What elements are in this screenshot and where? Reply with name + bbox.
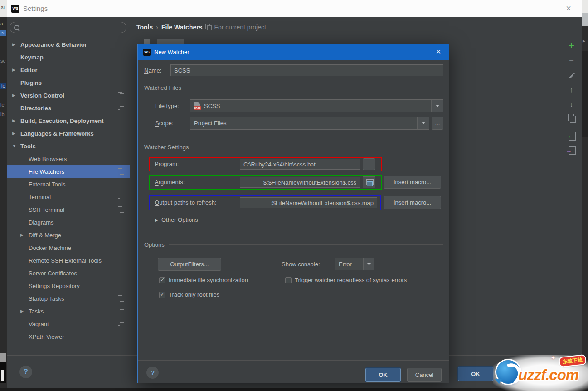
insert-macro-icon-button[interactable]: ↓ bbox=[363, 176, 375, 188]
breadcrumb: Tools › File Watchers For current projec… bbox=[136, 24, 266, 31]
sidebar-item-web-browsers[interactable]: Web Browsers bbox=[7, 152, 130, 165]
settings-search-input[interactable] bbox=[10, 22, 126, 33]
sidebar-item-ssh-terminal[interactable]: SSH Terminal bbox=[7, 203, 130, 216]
sidebar-item-external-tools[interactable]: External Tools bbox=[7, 178, 130, 191]
other-options-expander[interactable]: ▶ Other Options bbox=[155, 216, 443, 223]
dialog-help-button[interactable]: ? bbox=[146, 367, 159, 379]
watermark-badge: 东坡下载 bbox=[559, 354, 587, 367]
move-down-icon[interactable]: ↓ bbox=[567, 99, 577, 109]
dialog-title: New Watcher bbox=[154, 49, 190, 55]
output-paths-insert-macro-button[interactable]: Insert macro... bbox=[384, 196, 441, 209]
duplicate-icon[interactable] bbox=[567, 113, 577, 123]
shared-settings-icon bbox=[119, 322, 124, 327]
sidebar-item-directories[interactable]: Directories bbox=[7, 102, 130, 114]
background-titlebar-fragment bbox=[582, 0, 588, 13]
editor-text-fragment: le bbox=[0, 102, 5, 108]
dropdown-arrow-button[interactable] bbox=[363, 258, 374, 270]
help-button[interactable]: ? bbox=[19, 366, 32, 378]
sidebar-item-docker-machine[interactable]: Docker Machine bbox=[7, 241, 130, 254]
sidebar-item-languages-frameworks[interactable]: ▶Languages & Frameworks bbox=[7, 127, 130, 140]
sidebar-item-plugins[interactable]: Plugins bbox=[7, 76, 130, 89]
sidebar-item-label: Version Control bbox=[20, 92, 64, 99]
search-icon bbox=[14, 25, 19, 30]
shared-settings-icon bbox=[119, 169, 124, 174]
show-console-combobox[interactable]: Error bbox=[335, 258, 374, 270]
dropdown-arrow-button[interactable] bbox=[417, 117, 429, 129]
sidebar-item-label: External Tools bbox=[29, 181, 65, 188]
output-filters-button[interactable]: Output Filters... bbox=[158, 258, 221, 271]
sidebar-item-label: Startup Tasks bbox=[29, 295, 64, 302]
scope-browse-button[interactable]: ... bbox=[432, 117, 443, 130]
sidebar-item-version-control[interactable]: ▶Version Control bbox=[7, 89, 130, 102]
sidebar-item-label: Build, Execution, Deployment bbox=[20, 117, 103, 124]
output-paths-input[interactable]: :$FileNameWithoutExtension$.css.map bbox=[240, 197, 377, 208]
sidebar-item-settings-repository[interactable]: Settings Repository bbox=[7, 279, 130, 292]
scope-combobox[interactable]: Project Files bbox=[190, 117, 429, 130]
chevron-right-icon: ▶ bbox=[20, 233, 29, 237]
add-icon[interactable]: + bbox=[567, 41, 577, 51]
editor-text-fragment: se bbox=[0, 58, 6, 64]
arguments-insert-macro-button[interactable]: Insert macro... bbox=[384, 176, 441, 189]
section-divider bbox=[186, 88, 443, 88]
edit-icon[interactable] bbox=[567, 70, 577, 80]
immediate-file-sync-checkbox[interactable]: ✓ Immediate file synchronization bbox=[159, 277, 248, 283]
sidebar-item-vagrant[interactable]: Vagrant bbox=[7, 318, 130, 330]
trigger-regardless-checkbox[interactable]: Trigger watcher regardless of syntax err… bbox=[285, 277, 407, 283]
sidebar-item-diff-merge[interactable]: ▶Diff & Merge bbox=[7, 229, 130, 241]
track-root-files-checkbox[interactable]: ✓ Track only root files bbox=[159, 291, 219, 298]
sidebar-item-label: Directories bbox=[20, 105, 51, 112]
sidebar-item-startup-tasks[interactable]: Startup Tasks bbox=[7, 292, 130, 305]
settings-titlebar[interactable]: WS Settings × bbox=[7, 0, 582, 17]
chevron-down-icon bbox=[422, 122, 425, 124]
sidebar-item-label: Appearance & Behavior bbox=[20, 41, 87, 48]
dialog-titlebar[interactable]: WS New Watcher × bbox=[138, 44, 449, 60]
section-title: Options bbox=[144, 241, 165, 248]
settings-ok-button[interactable]: OK bbox=[458, 367, 493, 381]
file-type-value: SCSS bbox=[204, 103, 220, 109]
program-browse-button[interactable]: ... bbox=[363, 158, 375, 170]
new-watcher-dialog: WS New Watcher × Name: SCSS Watched File… bbox=[137, 44, 449, 383]
checkbox-checked-icon: ✓ bbox=[159, 277, 165, 283]
chevron-right-icon: ▶ bbox=[583, 39, 585, 43]
section-title: Watcher Settings bbox=[144, 144, 189, 151]
arguments-label: Arguments: bbox=[155, 179, 185, 186]
sidebar-item-label: Settings Repository bbox=[29, 283, 80, 289]
remove-icon[interactable]: − bbox=[567, 55, 577, 65]
cancel-button[interactable]: Cancel bbox=[407, 368, 442, 382]
sidebar-item-editor[interactable]: ▶Editor bbox=[7, 64, 130, 76]
scrollbar-thumb[interactable] bbox=[582, 13, 588, 26]
sidebar-item-appearance-behavior[interactable]: ▶Appearance & Behavior bbox=[7, 38, 130, 51]
sidebar-item-tasks[interactable]: ▶Tasks bbox=[7, 305, 130, 318]
export-icon[interactable]: → bbox=[567, 145, 577, 155]
close-icon[interactable]: × bbox=[433, 47, 443, 57]
sidebar-item-xpath-viewer[interactable]: XPath Viewer bbox=[7, 330, 130, 343]
editor-badge-fragment: 50 bbox=[0, 30, 6, 36]
sidebar-item-server-certificates[interactable]: Server Certificates bbox=[7, 267, 130, 279]
breadcrumb-tools[interactable]: Tools bbox=[136, 24, 153, 31]
import-arrow: → bbox=[566, 132, 572, 139]
import-icon[interactable]: → bbox=[567, 131, 577, 141]
background-editor-fragment: xi bbox=[0, 0, 7, 17]
ok-button[interactable]: OK bbox=[365, 368, 401, 382]
chevron-right-icon: ▶ bbox=[12, 42, 20, 47]
checkbox-label: Track only root files bbox=[169, 291, 219, 298]
output-paths-label: Output paths to refresh: bbox=[155, 199, 217, 206]
sidebar-item-keymap[interactable]: Keymap bbox=[7, 51, 130, 64]
sidebar-item-build-execution-deployment[interactable]: ▶Build, Execution, Deployment bbox=[7, 114, 130, 127]
shared-settings-icon bbox=[119, 195, 124, 200]
name-input[interactable]: SCSS bbox=[170, 64, 443, 76]
move-up-icon[interactable]: ↑ bbox=[567, 84, 577, 94]
show-console-value: Error bbox=[339, 261, 352, 268]
sidebar-item-terminal[interactable]: Terminal bbox=[7, 191, 130, 203]
sidebar-item-diagrams[interactable]: Diagrams bbox=[7, 216, 130, 229]
dropdown-arrow-button[interactable] bbox=[431, 100, 443, 112]
close-icon[interactable]: × bbox=[564, 4, 573, 14]
sidebar-item-remote-ssh-external-tools[interactable]: Remote SSH External Tools bbox=[7, 254, 130, 267]
arguments-input[interactable]: $:$FileNameWithoutExtension$.css bbox=[240, 177, 360, 188]
file-type-combobox[interactable]: SASS SCSS bbox=[190, 99, 443, 112]
program-input[interactable]: C:\Ruby24-x64\bin\scss.bat bbox=[240, 159, 360, 170]
sidebar-item-file-watchers[interactable]: File Watchers bbox=[7, 165, 130, 178]
sidebar-item-tools[interactable]: ▼Tools bbox=[7, 140, 130, 152]
sidebar-item-label: Tools bbox=[20, 143, 36, 150]
webstorm-app-icon: WS bbox=[143, 49, 151, 56]
